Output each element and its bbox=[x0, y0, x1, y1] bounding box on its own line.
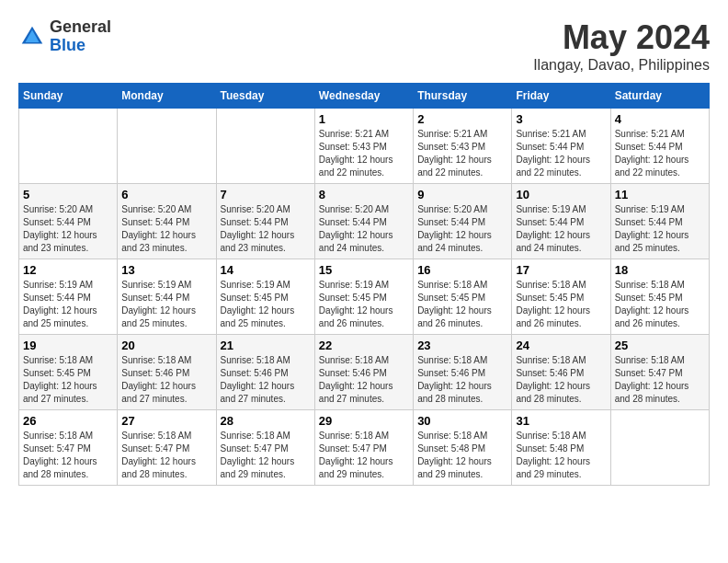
logo-text: General Blue bbox=[50, 18, 111, 55]
day-info: Sunrise: 5:21 AMSunset: 5:43 PMDaylight:… bbox=[319, 128, 409, 179]
day-number: 23 bbox=[417, 339, 507, 352]
calendar-cell: 12Sunrise: 5:19 AMSunset: 5:44 PMDayligh… bbox=[19, 259, 118, 335]
calendar-table: SundayMondayTuesdayWednesdayThursdayFrid… bbox=[18, 83, 710, 486]
day-number: 5 bbox=[23, 188, 113, 201]
day-number: 14 bbox=[221, 263, 311, 277]
calendar-cell: 10Sunrise: 5:19 AMSunset: 5:44 PMDayligh… bbox=[512, 184, 610, 259]
day-number: 30 bbox=[417, 414, 507, 428]
calendar-cell bbox=[610, 410, 709, 486]
day-info: Sunrise: 5:18 AMSunset: 5:45 PMDaylight:… bbox=[23, 354, 113, 406]
calendar-cell: 25Sunrise: 5:18 AMSunset: 5:47 PMDayligh… bbox=[610, 335, 709, 410]
calendar-cell: 23Sunrise: 5:18 AMSunset: 5:46 PMDayligh… bbox=[414, 335, 512, 410]
day-number: 4 bbox=[615, 112, 705, 126]
day-number: 13 bbox=[121, 263, 211, 277]
calendar-week-row: 1Sunrise: 5:21 AMSunset: 5:43 PMDaylight… bbox=[19, 109, 710, 184]
location-subtitle: Ilangay, Davao, Philippines bbox=[533, 57, 710, 74]
day-number: 2 bbox=[417, 112, 507, 126]
day-info: Sunrise: 5:18 AMSunset: 5:47 PMDaylight:… bbox=[23, 430, 113, 481]
day-info: Sunrise: 5:19 AMSunset: 5:44 PMDaylight:… bbox=[516, 203, 606, 255]
day-info: Sunrise: 5:20 AMSunset: 5:44 PMDaylight:… bbox=[319, 203, 409, 255]
day-number: 11 bbox=[615, 188, 705, 201]
day-number: 16 bbox=[417, 263, 507, 277]
weekday-header: Saturday bbox=[610, 84, 709, 109]
day-info: Sunrise: 5:18 AMSunset: 5:47 PMDaylight:… bbox=[319, 430, 409, 481]
calendar-cell: 19Sunrise: 5:18 AMSunset: 5:45 PMDayligh… bbox=[19, 335, 118, 410]
calendar-cell: 4Sunrise: 5:21 AMSunset: 5:44 PMDaylight… bbox=[610, 109, 709, 184]
calendar-cell bbox=[216, 109, 314, 184]
day-number: 31 bbox=[516, 414, 606, 428]
calendar-cell: 1Sunrise: 5:21 AMSunset: 5:43 PMDaylight… bbox=[314, 109, 413, 184]
calendar-cell: 18Sunrise: 5:18 AMSunset: 5:45 PMDayligh… bbox=[610, 259, 709, 335]
day-number: 1 bbox=[319, 112, 409, 126]
day-number: 19 bbox=[23, 339, 113, 352]
day-info: Sunrise: 5:19 AMSunset: 5:44 PMDaylight:… bbox=[121, 279, 211, 330]
day-number: 12 bbox=[23, 263, 113, 277]
day-number: 27 bbox=[121, 414, 211, 428]
day-info: Sunrise: 5:18 AMSunset: 5:46 PMDaylight:… bbox=[121, 354, 211, 406]
day-number: 20 bbox=[121, 339, 211, 352]
calendar-cell: 31Sunrise: 5:18 AMSunset: 5:48 PMDayligh… bbox=[512, 410, 610, 486]
calendar-cell: 20Sunrise: 5:18 AMSunset: 5:46 PMDayligh… bbox=[118, 335, 216, 410]
title-block: May 2024 Ilangay, Davao, Philippines bbox=[533, 18, 710, 74]
calendar-week-row: 19Sunrise: 5:18 AMSunset: 5:45 PMDayligh… bbox=[19, 335, 710, 410]
calendar-cell: 5Sunrise: 5:20 AMSunset: 5:44 PMDaylight… bbox=[19, 184, 118, 259]
day-info: Sunrise: 5:18 AMSunset: 5:45 PMDaylight:… bbox=[615, 279, 705, 330]
calendar-cell: 29Sunrise: 5:18 AMSunset: 5:47 PMDayligh… bbox=[314, 410, 413, 486]
day-number: 15 bbox=[319, 263, 409, 277]
day-number: 10 bbox=[516, 188, 606, 201]
calendar-body: 1Sunrise: 5:21 AMSunset: 5:43 PMDaylight… bbox=[19, 109, 710, 486]
calendar-cell: 11Sunrise: 5:19 AMSunset: 5:44 PMDayligh… bbox=[610, 184, 709, 259]
calendar-cell: 6Sunrise: 5:20 AMSunset: 5:44 PMDaylight… bbox=[118, 184, 216, 259]
calendar-cell: 28Sunrise: 5:18 AMSunset: 5:47 PMDayligh… bbox=[216, 410, 314, 486]
day-info: Sunrise: 5:18 AMSunset: 5:48 PMDaylight:… bbox=[417, 430, 507, 481]
calendar-cell: 22Sunrise: 5:18 AMSunset: 5:46 PMDayligh… bbox=[314, 335, 413, 410]
weekday-header: Wednesday bbox=[314, 84, 413, 109]
day-info: Sunrise: 5:18 AMSunset: 5:48 PMDaylight:… bbox=[516, 430, 606, 481]
day-info: Sunrise: 5:18 AMSunset: 5:45 PMDaylight:… bbox=[417, 279, 507, 330]
calendar-cell: 26Sunrise: 5:18 AMSunset: 5:47 PMDayligh… bbox=[19, 410, 118, 486]
page-header: General Blue May 2024 Ilangay, Davao, Ph… bbox=[18, 18, 710, 74]
day-info: Sunrise: 5:20 AMSunset: 5:44 PMDaylight:… bbox=[221, 203, 311, 255]
day-info: Sunrise: 5:20 AMSunset: 5:44 PMDaylight:… bbox=[417, 203, 507, 255]
day-number: 21 bbox=[221, 339, 311, 352]
day-number: 29 bbox=[319, 414, 409, 428]
day-number: 9 bbox=[417, 188, 507, 201]
day-info: Sunrise: 5:18 AMSunset: 5:46 PMDaylight:… bbox=[516, 354, 606, 406]
day-info: Sunrise: 5:21 AMSunset: 5:43 PMDaylight:… bbox=[417, 128, 507, 179]
day-number: 7 bbox=[221, 188, 311, 201]
calendar-cell: 21Sunrise: 5:18 AMSunset: 5:46 PMDayligh… bbox=[216, 335, 314, 410]
day-info: Sunrise: 5:18 AMSunset: 5:45 PMDaylight:… bbox=[516, 279, 606, 330]
month-title: May 2024 bbox=[533, 18, 710, 57]
calendar-cell: 15Sunrise: 5:19 AMSunset: 5:45 PMDayligh… bbox=[314, 259, 413, 335]
day-info: Sunrise: 5:18 AMSunset: 5:47 PMDaylight:… bbox=[121, 430, 211, 481]
day-info: Sunrise: 5:19 AMSunset: 5:44 PMDaylight:… bbox=[23, 279, 113, 330]
weekday-header: Friday bbox=[512, 84, 610, 109]
day-info: Sunrise: 5:18 AMSunset: 5:46 PMDaylight:… bbox=[221, 354, 311, 406]
calendar-cell: 16Sunrise: 5:18 AMSunset: 5:45 PMDayligh… bbox=[414, 259, 512, 335]
day-number: 28 bbox=[221, 414, 311, 428]
calendar-week-row: 5Sunrise: 5:20 AMSunset: 5:44 PMDaylight… bbox=[19, 184, 710, 259]
calendar-cell: 7Sunrise: 5:20 AMSunset: 5:44 PMDaylight… bbox=[216, 184, 314, 259]
day-number: 3 bbox=[516, 112, 606, 126]
calendar-cell: 24Sunrise: 5:18 AMSunset: 5:46 PMDayligh… bbox=[512, 335, 610, 410]
day-info: Sunrise: 5:18 AMSunset: 5:47 PMDaylight:… bbox=[615, 354, 705, 406]
calendar-week-row: 26Sunrise: 5:18 AMSunset: 5:47 PMDayligh… bbox=[19, 410, 710, 486]
calendar-cell bbox=[19, 109, 118, 184]
day-info: Sunrise: 5:21 AMSunset: 5:44 PMDaylight:… bbox=[516, 128, 606, 179]
calendar-cell: 17Sunrise: 5:18 AMSunset: 5:45 PMDayligh… bbox=[512, 259, 610, 335]
logo-icon bbox=[18, 23, 46, 51]
calendar-cell: 13Sunrise: 5:19 AMSunset: 5:44 PMDayligh… bbox=[118, 259, 216, 335]
weekday-header: Thursday bbox=[414, 84, 512, 109]
day-info: Sunrise: 5:19 AMSunset: 5:45 PMDaylight:… bbox=[319, 279, 409, 330]
day-number: 25 bbox=[615, 339, 705, 352]
day-info: Sunrise: 5:19 AMSunset: 5:45 PMDaylight:… bbox=[221, 279, 311, 330]
day-number: 22 bbox=[319, 339, 409, 352]
calendar-cell: 2Sunrise: 5:21 AMSunset: 5:43 PMDaylight… bbox=[414, 109, 512, 184]
day-info: Sunrise: 5:20 AMSunset: 5:44 PMDaylight:… bbox=[121, 203, 211, 255]
calendar-cell: 27Sunrise: 5:18 AMSunset: 5:47 PMDayligh… bbox=[118, 410, 216, 486]
calendar-cell: 30Sunrise: 5:18 AMSunset: 5:48 PMDayligh… bbox=[414, 410, 512, 486]
day-number: 8 bbox=[319, 188, 409, 201]
calendar-cell bbox=[118, 109, 216, 184]
day-number: 26 bbox=[23, 414, 113, 428]
weekday-header: Monday bbox=[118, 84, 216, 109]
